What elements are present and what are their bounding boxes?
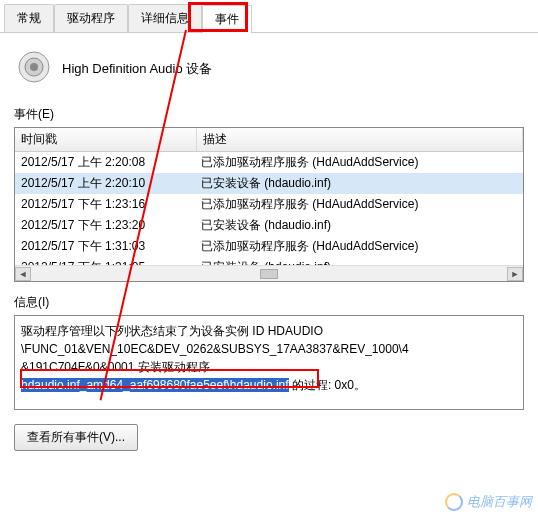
cell-timestamp: 2012/5/17 上午 2:20:10 bbox=[15, 175, 197, 192]
horizontal-scrollbar[interactable]: ◄ ► bbox=[15, 265, 523, 281]
scroll-thumb[interactable] bbox=[260, 269, 278, 279]
scroll-track[interactable] bbox=[31, 269, 507, 279]
watermark: 电脑百事网 bbox=[445, 493, 532, 511]
events-label: 事件(E) bbox=[14, 106, 524, 123]
view-all-events-button[interactable]: 查看所有事件(V)... bbox=[14, 424, 138, 451]
table-body: 2012/5/17 上午 2:20:08 已添加驱动程序服务 (HdAudAdd… bbox=[15, 152, 523, 278]
table-row[interactable]: 2012/5/17 下午 1:23:16 已添加驱动程序服务 (HdAudAdd… bbox=[15, 194, 523, 215]
info-text: 驱动程序管理以下列状态结束了为设备实例 ID HDAUDIO bbox=[21, 324, 323, 338]
cell-description: 已添加驱动程序服务 (HdAudAddService) bbox=[197, 196, 523, 213]
col-header-description[interactable]: 描述 bbox=[197, 128, 523, 151]
tab-details[interactable]: 详细信息 bbox=[128, 4, 202, 32]
cell-timestamp: 2012/5/17 下午 1:31:03 bbox=[15, 238, 197, 255]
tab-content: High Definition Audio 设备 事件(E) 时间戳 描述 20… bbox=[0, 33, 538, 461]
scroll-left-button[interactable]: ◄ bbox=[15, 267, 31, 281]
cell-description: 已安装设备 (hdaudio.inf) bbox=[197, 175, 523, 192]
tab-driver[interactable]: 驱动程序 bbox=[54, 4, 128, 32]
info-text: \FUNC_01&VEN_10EC&DEV_0262&SUBSYS_17AA38… bbox=[21, 342, 409, 356]
watermark-icon bbox=[445, 493, 463, 511]
info-textarea[interactable]: 驱动程序管理以下列状态结束了为设备实例 ID HDAUDIO \FUNC_01&… bbox=[14, 315, 524, 410]
watermark-text: 电脑百事网 bbox=[467, 493, 532, 511]
table-row[interactable]: 2012/5/17 下午 1:31:03 已添加驱动程序服务 (HdAudAdd… bbox=[15, 236, 523, 257]
table-row[interactable]: 2012/5/17 下午 1:23:20 已安装设备 (hdaudio.inf) bbox=[15, 215, 523, 236]
info-text: &191C704F&0&0001 安装驱动程序 bbox=[21, 360, 210, 374]
tab-events[interactable]: 事件 bbox=[202, 5, 252, 33]
events-table: 时间戳 描述 2012/5/17 上午 2:20:08 已添加驱动程序服务 (H… bbox=[14, 127, 524, 282]
cell-description: 已添加驱动程序服务 (HdAudAddService) bbox=[197, 238, 523, 255]
info-text: 的过程: 0x0。 bbox=[289, 378, 366, 392]
cell-timestamp: 2012/5/17 下午 1:23:20 bbox=[15, 217, 197, 234]
device-header: High Definition Audio 设备 bbox=[14, 43, 524, 102]
cell-description: 已安装设备 (hdaudio.inf) bbox=[197, 217, 523, 234]
table-header: 时间戳 描述 bbox=[15, 128, 523, 152]
speaker-icon bbox=[16, 49, 52, 88]
col-header-timestamp[interactable]: 时间戳 bbox=[15, 128, 197, 151]
svg-point-2 bbox=[30, 63, 38, 71]
cell-timestamp: 2012/5/17 上午 2:20:08 bbox=[15, 154, 197, 171]
cell-description: 已添加驱动程序服务 (HdAudAddService) bbox=[197, 154, 523, 171]
tab-general[interactable]: 常规 bbox=[4, 4, 54, 32]
table-row[interactable]: 2012/5/17 上午 2:20:10 已安装设备 (hdaudio.inf) bbox=[15, 173, 523, 194]
cell-timestamp: 2012/5/17 下午 1:23:16 bbox=[15, 196, 197, 213]
info-label: 信息(I) bbox=[14, 294, 524, 311]
scroll-right-button[interactable]: ► bbox=[507, 267, 523, 281]
info-highlighted-path: hdaudio.inf_amd64_aaf698680fae5eef\hdaud… bbox=[21, 378, 289, 392]
table-row[interactable]: 2012/5/17 上午 2:20:08 已添加驱动程序服务 (HdAudAdd… bbox=[15, 152, 523, 173]
tab-bar: 常规 驱动程序 详细信息 事件 bbox=[0, 0, 538, 33]
device-title: High Definition Audio 设备 bbox=[62, 60, 212, 78]
